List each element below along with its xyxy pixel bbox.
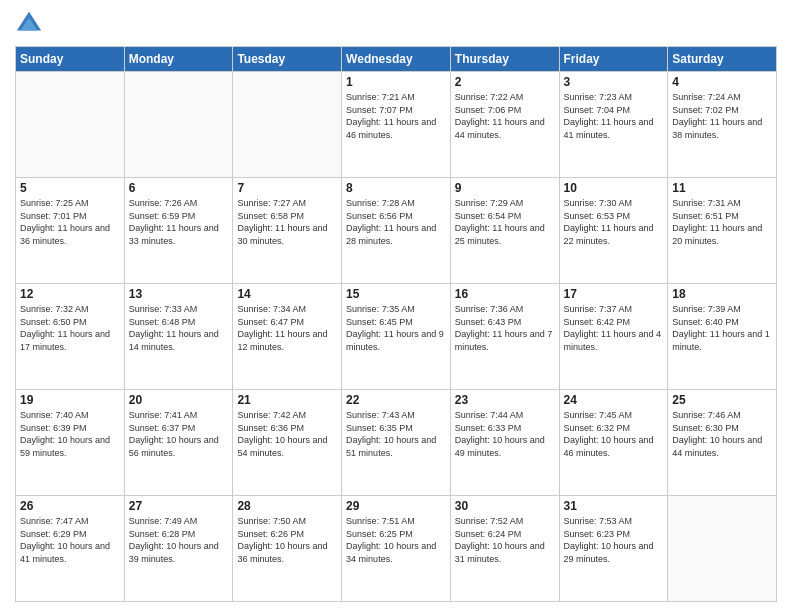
calendar-cell: 28Sunrise: 7:50 AM Sunset: 6:26 PM Dayli… bbox=[233, 496, 342, 602]
day-number: 24 bbox=[564, 393, 664, 407]
calendar-cell: 2Sunrise: 7:22 AM Sunset: 7:06 PM Daylig… bbox=[450, 72, 559, 178]
day-number: 25 bbox=[672, 393, 772, 407]
calendar-cell: 1Sunrise: 7:21 AM Sunset: 7:07 PM Daylig… bbox=[342, 72, 451, 178]
header bbox=[15, 10, 777, 38]
day-info: Sunrise: 7:37 AM Sunset: 6:42 PM Dayligh… bbox=[564, 303, 664, 353]
day-info: Sunrise: 7:22 AM Sunset: 7:06 PM Dayligh… bbox=[455, 91, 555, 141]
calendar-cell: 5Sunrise: 7:25 AM Sunset: 7:01 PM Daylig… bbox=[16, 178, 125, 284]
week-row-4: 19Sunrise: 7:40 AM Sunset: 6:39 PM Dayli… bbox=[16, 390, 777, 496]
day-number: 14 bbox=[237, 287, 337, 301]
calendar-cell: 16Sunrise: 7:36 AM Sunset: 6:43 PM Dayli… bbox=[450, 284, 559, 390]
day-number: 8 bbox=[346, 181, 446, 195]
calendar-cell: 30Sunrise: 7:52 AM Sunset: 6:24 PM Dayli… bbox=[450, 496, 559, 602]
calendar-cell: 3Sunrise: 7:23 AM Sunset: 7:04 PM Daylig… bbox=[559, 72, 668, 178]
day-header-sunday: Sunday bbox=[16, 47, 125, 72]
day-number: 9 bbox=[455, 181, 555, 195]
day-number: 28 bbox=[237, 499, 337, 513]
day-info: Sunrise: 7:42 AM Sunset: 6:36 PM Dayligh… bbox=[237, 409, 337, 459]
day-info: Sunrise: 7:50 AM Sunset: 6:26 PM Dayligh… bbox=[237, 515, 337, 565]
calendar-cell: 29Sunrise: 7:51 AM Sunset: 6:25 PM Dayli… bbox=[342, 496, 451, 602]
day-info: Sunrise: 7:46 AM Sunset: 6:30 PM Dayligh… bbox=[672, 409, 772, 459]
day-info: Sunrise: 7:52 AM Sunset: 6:24 PM Dayligh… bbox=[455, 515, 555, 565]
page: SundayMondayTuesdayWednesdayThursdayFrid… bbox=[0, 0, 792, 612]
day-header-monday: Monday bbox=[124, 47, 233, 72]
calendar-cell: 25Sunrise: 7:46 AM Sunset: 6:30 PM Dayli… bbox=[668, 390, 777, 496]
day-info: Sunrise: 7:28 AM Sunset: 6:56 PM Dayligh… bbox=[346, 197, 446, 247]
calendar-cell: 15Sunrise: 7:35 AM Sunset: 6:45 PM Dayli… bbox=[342, 284, 451, 390]
logo-icon bbox=[15, 10, 43, 38]
calendar-cell: 7Sunrise: 7:27 AM Sunset: 6:58 PM Daylig… bbox=[233, 178, 342, 284]
calendar-cell: 24Sunrise: 7:45 AM Sunset: 6:32 PM Dayli… bbox=[559, 390, 668, 496]
day-info: Sunrise: 7:51 AM Sunset: 6:25 PM Dayligh… bbox=[346, 515, 446, 565]
day-number: 31 bbox=[564, 499, 664, 513]
calendar-cell: 21Sunrise: 7:42 AM Sunset: 6:36 PM Dayli… bbox=[233, 390, 342, 496]
calendar-cell: 8Sunrise: 7:28 AM Sunset: 6:56 PM Daylig… bbox=[342, 178, 451, 284]
calendar-table: SundayMondayTuesdayWednesdayThursdayFrid… bbox=[15, 46, 777, 602]
calendar-cell: 4Sunrise: 7:24 AM Sunset: 7:02 PM Daylig… bbox=[668, 72, 777, 178]
week-row-3: 12Sunrise: 7:32 AM Sunset: 6:50 PM Dayli… bbox=[16, 284, 777, 390]
day-number: 11 bbox=[672, 181, 772, 195]
calendar-cell: 17Sunrise: 7:37 AM Sunset: 6:42 PM Dayli… bbox=[559, 284, 668, 390]
day-number: 2 bbox=[455, 75, 555, 89]
day-info: Sunrise: 7:41 AM Sunset: 6:37 PM Dayligh… bbox=[129, 409, 229, 459]
calendar-cell: 13Sunrise: 7:33 AM Sunset: 6:48 PM Dayli… bbox=[124, 284, 233, 390]
day-info: Sunrise: 7:49 AM Sunset: 6:28 PM Dayligh… bbox=[129, 515, 229, 565]
calendar-cell: 20Sunrise: 7:41 AM Sunset: 6:37 PM Dayli… bbox=[124, 390, 233, 496]
calendar-cell: 9Sunrise: 7:29 AM Sunset: 6:54 PM Daylig… bbox=[450, 178, 559, 284]
calendar: SundayMondayTuesdayWednesdayThursdayFrid… bbox=[15, 46, 777, 602]
day-number: 5 bbox=[20, 181, 120, 195]
day-info: Sunrise: 7:29 AM Sunset: 6:54 PM Dayligh… bbox=[455, 197, 555, 247]
day-number: 6 bbox=[129, 181, 229, 195]
calendar-cell: 23Sunrise: 7:44 AM Sunset: 6:33 PM Dayli… bbox=[450, 390, 559, 496]
day-info: Sunrise: 7:39 AM Sunset: 6:40 PM Dayligh… bbox=[672, 303, 772, 353]
day-info: Sunrise: 7:32 AM Sunset: 6:50 PM Dayligh… bbox=[20, 303, 120, 353]
day-number: 17 bbox=[564, 287, 664, 301]
calendar-cell: 10Sunrise: 7:30 AM Sunset: 6:53 PM Dayli… bbox=[559, 178, 668, 284]
day-info: Sunrise: 7:33 AM Sunset: 6:48 PM Dayligh… bbox=[129, 303, 229, 353]
day-number: 13 bbox=[129, 287, 229, 301]
day-number: 1 bbox=[346, 75, 446, 89]
logo bbox=[15, 10, 47, 38]
week-row-5: 26Sunrise: 7:47 AM Sunset: 6:29 PM Dayli… bbox=[16, 496, 777, 602]
calendar-cell bbox=[668, 496, 777, 602]
calendar-cell bbox=[16, 72, 125, 178]
day-info: Sunrise: 7:45 AM Sunset: 6:32 PM Dayligh… bbox=[564, 409, 664, 459]
day-info: Sunrise: 7:30 AM Sunset: 6:53 PM Dayligh… bbox=[564, 197, 664, 247]
day-header-friday: Friday bbox=[559, 47, 668, 72]
header-row: SundayMondayTuesdayWednesdayThursdayFrid… bbox=[16, 47, 777, 72]
calendar-cell: 12Sunrise: 7:32 AM Sunset: 6:50 PM Dayli… bbox=[16, 284, 125, 390]
day-info: Sunrise: 7:27 AM Sunset: 6:58 PM Dayligh… bbox=[237, 197, 337, 247]
day-number: 23 bbox=[455, 393, 555, 407]
day-info: Sunrise: 7:26 AM Sunset: 6:59 PM Dayligh… bbox=[129, 197, 229, 247]
day-number: 22 bbox=[346, 393, 446, 407]
calendar-cell: 6Sunrise: 7:26 AM Sunset: 6:59 PM Daylig… bbox=[124, 178, 233, 284]
day-number: 15 bbox=[346, 287, 446, 301]
day-number: 29 bbox=[346, 499, 446, 513]
day-info: Sunrise: 7:23 AM Sunset: 7:04 PM Dayligh… bbox=[564, 91, 664, 141]
day-number: 19 bbox=[20, 393, 120, 407]
day-info: Sunrise: 7:31 AM Sunset: 6:51 PM Dayligh… bbox=[672, 197, 772, 247]
day-header-thursday: Thursday bbox=[450, 47, 559, 72]
day-number: 7 bbox=[237, 181, 337, 195]
day-info: Sunrise: 7:53 AM Sunset: 6:23 PM Dayligh… bbox=[564, 515, 664, 565]
calendar-cell: 14Sunrise: 7:34 AM Sunset: 6:47 PM Dayli… bbox=[233, 284, 342, 390]
day-info: Sunrise: 7:25 AM Sunset: 7:01 PM Dayligh… bbox=[20, 197, 120, 247]
day-number: 18 bbox=[672, 287, 772, 301]
day-info: Sunrise: 7:44 AM Sunset: 6:33 PM Dayligh… bbox=[455, 409, 555, 459]
day-number: 4 bbox=[672, 75, 772, 89]
day-number: 3 bbox=[564, 75, 664, 89]
day-number: 20 bbox=[129, 393, 229, 407]
calendar-cell: 26Sunrise: 7:47 AM Sunset: 6:29 PM Dayli… bbox=[16, 496, 125, 602]
week-row-2: 5Sunrise: 7:25 AM Sunset: 7:01 PM Daylig… bbox=[16, 178, 777, 284]
calendar-cell: 31Sunrise: 7:53 AM Sunset: 6:23 PM Dayli… bbox=[559, 496, 668, 602]
day-number: 30 bbox=[455, 499, 555, 513]
day-header-tuesday: Tuesday bbox=[233, 47, 342, 72]
day-number: 26 bbox=[20, 499, 120, 513]
day-header-saturday: Saturday bbox=[668, 47, 777, 72]
day-number: 16 bbox=[455, 287, 555, 301]
day-info: Sunrise: 7:21 AM Sunset: 7:07 PM Dayligh… bbox=[346, 91, 446, 141]
calendar-cell bbox=[124, 72, 233, 178]
calendar-cell bbox=[233, 72, 342, 178]
day-info: Sunrise: 7:47 AM Sunset: 6:29 PM Dayligh… bbox=[20, 515, 120, 565]
day-number: 10 bbox=[564, 181, 664, 195]
